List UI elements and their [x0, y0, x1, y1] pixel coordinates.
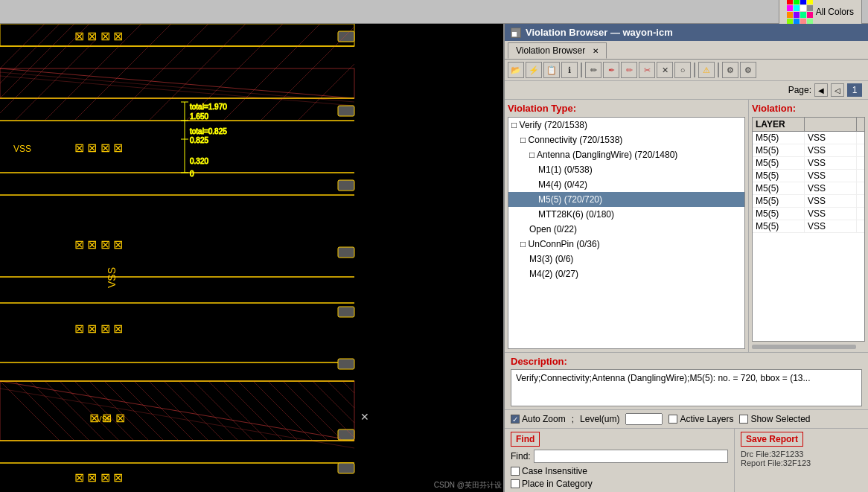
place-in-category-label[interactable]: Place in Category: [511, 479, 728, 489]
tree-item[interactable]: M3(3) (0/6): [508, 252, 744, 266]
find-input[interactable]: [534, 450, 728, 463]
main-content: Violation Type: □ Verify (720/1538)□ Con…: [505, 100, 868, 352]
tree-item[interactable]: M1(1) (0/538): [508, 162, 744, 177]
page-prev2-button[interactable]: ◁: [831, 83, 844, 97]
marker-button[interactable]: ✏: [621, 62, 637, 78]
open-button[interactable]: 📂: [508, 62, 524, 78]
svg-text:0.825: 0.825: [190, 136, 208, 144]
panel-icon: ■: [511, 28, 521, 38]
svg-text:⊠ ⊠ ⊠ ⊠: ⊠ ⊠ ⊠ ⊠: [74, 471, 123, 484]
violation-tree[interactable]: □ Verify (720/1538)□ Connectivity (720/1…: [508, 117, 745, 349]
tree-item[interactable]: □ Verify (720/1538): [508, 118, 744, 132]
config-button[interactable]: ⚙: [740, 62, 756, 78]
vt-cell-layer: M5(5): [753, 132, 805, 144]
tree-item[interactable]: Open (0/22): [508, 222, 744, 237]
run-button[interactable]: ⚡: [526, 62, 542, 78]
tab-close-icon[interactable]: ✕: [593, 47, 599, 55]
vt-cell-net: VSS: [805, 157, 857, 169]
vt-cell-net: VSS: [805, 220, 857, 232]
violation-table-rows: M5(5)VSSM5(5)VSSM5(5)VSSM5(5)VSSM5(5)VSS…: [753, 132, 864, 233]
violation-browser-tab[interactable]: Violation Browser ✕: [508, 42, 607, 59]
tree-item[interactable]: □ Connectivity (720/1538): [508, 132, 744, 147]
description-text: Verify;Connectivity;Antenna (DanglingWir…: [511, 369, 862, 406]
settings-button[interactable]: ⚙: [722, 62, 738, 78]
auto-zoom-label: Auto Zoom: [522, 414, 566, 424]
active-layers-checkbox-label[interactable]: Active Layers: [668, 414, 733, 424]
save-drc-file: Drc File:32F1233 Report File:32F123: [741, 450, 862, 467]
level-text: Level(um): [580, 414, 619, 424]
svg-text:total=1.970: total=1.970: [190, 103, 227, 111]
svg-text:total=0.825: total=0.825: [190, 127, 227, 135]
place-in-category-checkbox[interactable]: [511, 479, 520, 488]
show-selected-checkbox[interactable]: [739, 415, 748, 424]
edit-button[interactable]: ✏: [585, 62, 601, 78]
save-report-panel: Save Report Drc File:32F1233 Report File…: [734, 429, 868, 492]
case-insensitive-text: Case Insensitive: [522, 466, 587, 476]
svg-rect-29: [338, 31, 354, 42]
violation-browser-panel: ■ Violation Browser — wayon-icm Violatio…: [503, 24, 868, 492]
top-bar: All Colors: [0, 0, 868, 24]
toolbar-sep-1: [581, 63, 582, 77]
toolbar-sep-2: [694, 63, 695, 77]
violation-list-label: Violation:: [752, 103, 865, 114]
svg-rect-34: [338, 359, 354, 369]
violation-list-panel: Violation: LAYER M5(5)VSSM5(5)VSSM5(5)VS…: [749, 100, 868, 352]
description-label: Description:: [511, 356, 862, 367]
panel-title-bar: ■ Violation Browser — wayon-icm: [505, 24, 868, 41]
active-layers-checkbox[interactable]: [668, 415, 677, 424]
svg-text:VSS: VSS: [13, 144, 31, 154]
violation-table-row[interactable]: M5(5)VSS: [753, 182, 864, 195]
panel-title-left: ■ Violation Browser — wayon-icm: [511, 27, 673, 38]
violation-table-row[interactable]: M5(5)VSS: [753, 220, 864, 233]
find-panel: Find Find: Case Insensitive Place in Cat…: [505, 429, 734, 492]
circle-button[interactable]: ○: [674, 62, 691, 78]
col-net-header: [805, 118, 857, 131]
watermark: CSDN @芙田芬计设: [434, 480, 502, 491]
auto-zoom-checkbox[interactable]: ✓: [511, 415, 520, 424]
vt-cell-net: VSS: [805, 195, 857, 207]
show-selected-checkbox-label[interactable]: Show Selected: [739, 414, 810, 424]
tree-item[interactable]: M4(2) (0/27): [508, 266, 744, 281]
violation-table-row[interactable]: M5(5)VSS: [753, 170, 864, 182]
page-prev-button[interactable]: ◀: [814, 83, 828, 97]
level-input[interactable]: [625, 413, 663, 425]
case-insensitive-label[interactable]: Case Insensitive: [511, 466, 728, 476]
warning-button[interactable]: ⚠: [698, 62, 715, 78]
tree-item[interactable]: MTT28K(6) (0/180): [508, 207, 744, 222]
copy-button[interactable]: 📋: [543, 62, 560, 78]
drc-file-text: Drc File:32F1233: [741, 450, 862, 459]
delete-button[interactable]: ✕: [657, 62, 673, 78]
tree-item[interactable]: M5(5) (720/720): [508, 192, 744, 207]
find-field-label: Find:: [511, 451, 531, 461]
page-row: Page: ◀ ◁ 1: [505, 81, 868, 100]
panel-title-text: Violation Browser — wayon-icm: [526, 27, 673, 38]
tree-item[interactable]: □ Antenna (DanglingWire) (720/1480): [508, 147, 744, 162]
svg-text:0.320: 0.320: [190, 157, 208, 165]
color-grid-icon: [787, 0, 813, 25]
col-layer-header: LAYER: [753, 118, 805, 131]
vt-cell-net: VSS: [805, 208, 857, 220]
violation-table-row[interactable]: M5(5)VSS: [753, 144, 864, 157]
auto-zoom-checkbox-label[interactable]: ✓ Auto Zoom: [511, 414, 566, 424]
violation-type-panel: Violation Type: □ Verify (720/1538)□ Con…: [505, 100, 749, 352]
violation-table-row[interactable]: M5(5)VSS: [753, 157, 864, 170]
vt-cell-layer: M5(5): [753, 170, 805, 182]
tree-item[interactable]: □ UnConnPin (0/36): [508, 237, 744, 252]
violation-table-row[interactable]: M5(5)VSS: [753, 208, 864, 220]
violation-table-row[interactable]: M5(5)VSS: [753, 195, 864, 208]
violation-type-label: Violation Type:: [508, 103, 745, 114]
case-insensitive-checkbox[interactable]: [511, 467, 520, 476]
tree-item[interactable]: M4(4) (0/42): [508, 177, 744, 192]
draw-button[interactable]: ✒: [603, 62, 619, 78]
scrollbar-indicator[interactable]: [752, 345, 856, 349]
svg-text:VSS: VSS: [97, 415, 112, 424]
info-button[interactable]: ℹ: [561, 62, 578, 78]
description-panel: Description: Verify;Connectivity;Antenna…: [505, 352, 868, 409]
violation-table-row[interactable]: M5(5)VSS: [753, 132, 864, 144]
erase-button[interactable]: ✂: [639, 62, 655, 78]
vt-cell-net: VSS: [805, 182, 857, 194]
vt-cell-layer: M5(5): [753, 220, 805, 232]
all-colors-label: All Colors: [816, 7, 854, 17]
svg-text:✕: ✕: [360, 411, 369, 423]
find-section-label: Find: [511, 432, 540, 447]
